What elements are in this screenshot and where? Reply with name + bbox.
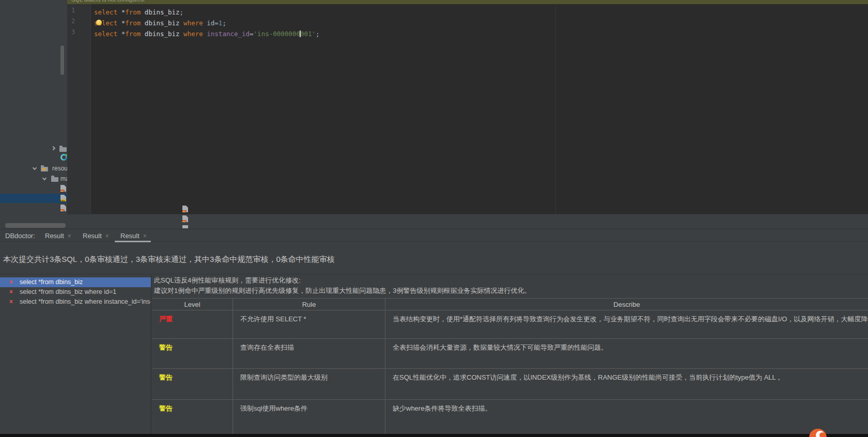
code-token: ; [316,30,320,38]
code-token: dbins_biz [141,8,179,16]
describe-cell: 缺少where条件将导致全表扫描。 [385,400,868,437]
audit-table-header: LevelRuleDescribe [152,298,868,310]
file-icon: <> [182,205,198,214]
column-header-describe: Describe [385,299,868,310]
tree-item[interactable]: SQL [0,194,67,203]
sql-dialect-banner: SQL dialect is not configured. [67,0,868,4]
xml-file-badge: <> [181,220,187,224]
line-number: 3 [67,28,90,39]
code-line[interactable]: select *from dbins_biz where id=1; [91,18,868,28]
line-number: 2 [67,18,90,28]
level-cell: 警告 [152,339,233,368]
tree-item-label: ma [60,175,67,182]
file-icon: SQL [60,195,66,201]
code-token: instance_id [203,30,250,38]
tree-item[interactable] [0,144,67,153]
audit-detail-panel: 此SQL违反4例性能审核规则，需要进行优化修改: 建议对1例命中严重级别的规则进… [152,274,868,437]
audit-rule-row: 警告强制sql使用where条件缺少where条件将导致全表扫描。 [152,399,868,437]
tab-close-icon[interactable]: × [105,232,109,240]
sql-list-item-text: select *from dbins_biz where id=1 [20,288,116,295]
tab-label: Result [120,232,140,240]
code-token: * [117,19,125,27]
code-line[interactable]: select *from dbins_biz; [91,7,868,18]
code-token: from [125,8,141,16]
code-token: where [180,19,203,27]
intention-bulb-icon[interactable] [96,20,102,25]
code-token: id [203,19,215,27]
chevron-down-icon[interactable] [42,176,47,180]
code-token: select [94,30,117,38]
file-icon: <> [182,206,188,212]
tree-item[interactable] [0,153,67,162]
sql-list-item-text: select *from dbins_biz where instance_id… [20,298,151,305]
code-token: = [250,30,254,38]
code-token: = [214,19,219,27]
dbdoctor-panel-label: DBdoctor: [5,232,35,240]
sql-file-badge: SQL [59,199,67,204]
file-icon: <> [182,214,198,224]
tree-item[interactable]: <> [0,204,67,213]
file-icon: <> [60,185,66,192]
sql-statement-list: ×select *from dbins_biz×select *from dbi… [0,274,151,437]
sql-list-item[interactable]: ×select *from dbins_biz where instance_i… [0,297,151,307]
editor-gutter: 123 [67,4,91,214]
tab-close-icon[interactable]: × [68,232,71,240]
sql-list-item[interactable]: ×select *from dbins_biz [0,277,151,287]
chevron-down-icon[interactable] [33,166,37,170]
audit-results-panel: ×select *from dbins_biz×select *from dbi… [0,274,868,437]
sync-task-icon [60,154,67,161]
rule-cell: 限制查询访问类型的最大级别 [233,369,385,399]
audit-summary-text: 本次提交共计3条SQL，0条审核通过，3条审核未通过，其中3条命中规范审核，0条… [3,255,335,264]
tree-vertical-scrollbar[interactable] [60,45,64,75]
xml-file-badge: <> [59,209,65,213]
banner-text: SQL dialect is not configured. [71,0,145,3]
code-token: dbins_biz [141,30,179,38]
violation-intro-line: 此SQL违反4例性能审核规则，需要进行优化修改: [154,276,301,285]
code-token: ; [222,19,226,27]
code-token: * [117,30,125,38]
tab-result-1[interactable]: Result× [45,232,71,240]
fail-cross-icon: × [9,278,13,286]
code-token: ; [180,8,184,16]
column-header-level: Level [152,299,233,310]
tab-close-icon[interactable]: × [143,232,147,240]
column-header-rule: Rule [233,299,385,310]
level-cell: 警告 [152,400,233,437]
tab-result-3[interactable]: Result× [120,232,147,240]
file-icon-partial [182,225,188,228]
level-cell: 严重 [152,310,233,338]
describe-cell: 在SQL性能优化中，追求CONST访问速度，以INDEX级别作为基线，RANGE… [385,369,868,399]
folder-icon [51,177,58,182]
code-token: from [125,19,141,27]
chevron-right-icon[interactable] [51,146,55,150]
code-token: dbins_biz [141,19,179,27]
file-icon: <> [182,215,188,222]
editor-code-area[interactable]: select *from dbins_biz;select *from dbin… [91,7,868,39]
code-token: select [94,8,117,16]
dbdoctor-logo-icon [806,428,832,437]
tab-label: Result [83,232,102,240]
rule-cell: 不允许使用 SELECT * [233,310,385,338]
line-number: 1 [67,7,90,18]
fail-cross-icon: × [9,298,13,305]
sql-list-item-text: select *from dbins_biz [20,278,83,286]
sql-editor[interactable]: 123 select *from dbins_biz;select *from … [67,4,868,214]
tree-item-resou[interactable]: resou [0,164,67,173]
ide-window: { "banner": { "text": "SQL dialect is no… [0,0,868,437]
audit-rule-row: 警告限制查询访问类型的最大级别在SQL性能优化中，追求CONST访问速度，以IN… [152,368,868,399]
project-tree-sidebar: resouma<>SQL<> [0,0,67,229]
tree-horizontal-scrollbar[interactable] [5,223,66,228]
code-line[interactable]: select *from dbins_biz where instance_id… [91,28,868,39]
sql-list-item[interactable]: ×select *from dbins_biz where id=1 [0,287,151,297]
file-icon: <> [60,205,66,211]
audit-summary-bar: 本次提交共计3条SQL，0条审核通过，3条审核未通过，其中3条命中规范审核，0条… [0,242,868,274]
folder-icon [59,147,67,152]
dbdoctor-tabbar: DBdoctor: Result×Result×Result× [0,229,868,242]
tree-item-ma[interactable]: ma [0,174,67,183]
code-token: 'ins-0000000 [254,30,300,38]
file-icon-stack: <><> [182,205,198,229]
tab-result-2[interactable]: Result× [83,232,109,240]
code-token: 001' [300,30,316,38]
tree-item[interactable]: <> [0,184,67,193]
code-token: * [117,8,125,16]
